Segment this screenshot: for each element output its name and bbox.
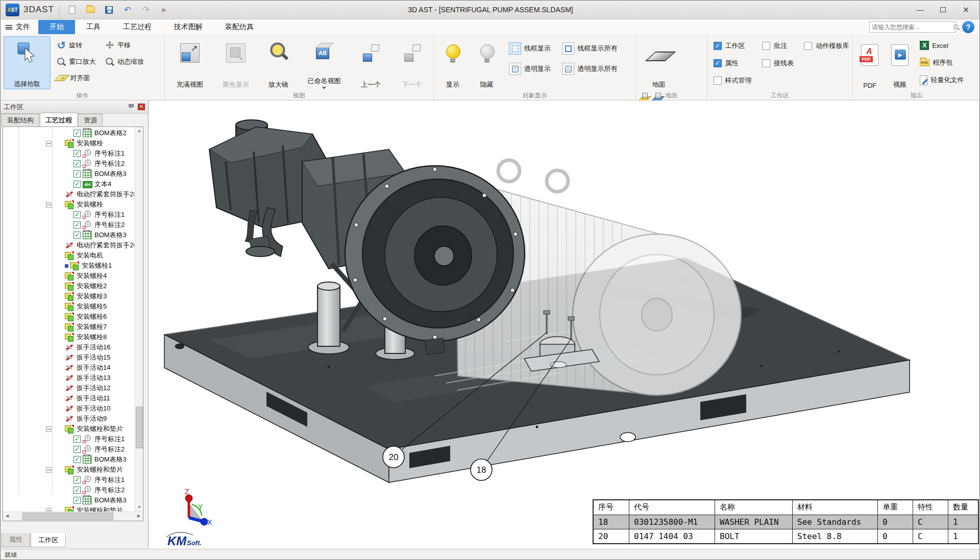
tree-item[interactable]: 序号标注2 [3, 159, 134, 169]
scroll-left-icon[interactable]: ◀ [3, 512, 11, 520]
tree-item-checkbox[interactable] [74, 170, 81, 177]
search-icon[interactable] [953, 24, 960, 31]
tree-item[interactable]: 安装螺栓3 [3, 291, 134, 301]
tree-item[interactable]: 序号标注1 [3, 434, 134, 444]
tree-item-checkbox[interactable] [74, 181, 81, 188]
tree-item-checkbox[interactable] [74, 160, 81, 167]
panel-tab[interactable]: 资源 [78, 114, 103, 126]
tree-item[interactable]: 安装螺栓2 [3, 281, 134, 291]
scroll-right-icon[interactable]: ▶ [135, 512, 143, 520]
tree-item[interactable]: BOM表格2 [3, 128, 134, 138]
search-box[interactable] [869, 21, 956, 33]
collapse-icon[interactable] [46, 141, 52, 146]
ribbon-tab[interactable]: 开始 [38, 20, 75, 34]
balloon-18[interactable]: 18 [471, 459, 492, 480]
tree-item[interactable]: 安装螺栓 [3, 138, 134, 148]
action-template-toggle[interactable]: 动作模板库 [804, 37, 849, 55]
tree-item[interactable]: 序号标注2 [3, 220, 134, 230]
wiring-table-toggle[interactable]: 接线表 [762, 55, 794, 72]
ground-button[interactable]: 地面 [639, 36, 679, 89]
tree-item[interactable]: 序号标注2 [3, 485, 134, 495]
scroll-up-icon[interactable]: ▲ [135, 127, 143, 135]
ribbon-tab[interactable]: 工具 [75, 20, 112, 34]
minimize-button[interactable]: — [909, 1, 932, 19]
pan-button[interactable]: 平移 [105, 37, 144, 54]
tree-item[interactable]: 扳手活动13 [3, 373, 134, 383]
open-file-button[interactable] [83, 3, 99, 16]
tree-item[interactable]: 扳手活动16 [3, 342, 134, 352]
wireframe-display-button[interactable]: 线框显示 [509, 40, 551, 57]
tree-item[interactable]: 安装螺栓7 [3, 322, 134, 332]
tree-item[interactable]: 序号标注2 [3, 444, 134, 454]
tree-item[interactable]: 电动拧紧套筒扳手26 [3, 240, 134, 250]
panel-tab[interactable]: 装配结构 [2, 114, 39, 126]
tree-item[interactable]: 扳手活动10 [3, 403, 134, 414]
export-excel-button[interactable]: XExcel [920, 37, 964, 54]
align-face-button[interactable]: 对齐面 [57, 70, 95, 86]
3d-viewport[interactable]: 20 18 Z Y X K [149, 100, 980, 549]
file-menu[interactable]: 文件 [1, 20, 38, 34]
tree-item[interactable]: 安装螺栓4 [3, 271, 134, 281]
export-light-file-button[interactable]: 轻量化文件 [920, 72, 964, 88]
collapse-icon[interactable] [46, 508, 52, 512]
style-management-toggle[interactable]: 样式管理 [714, 72, 752, 89]
dynamic-zoom-button[interactable]: 动态缩放 [105, 54, 144, 70]
tree-item-checkbox[interactable] [74, 456, 81, 463]
export-package-button[interactable]: 程序包 [920, 55, 964, 71]
search-input[interactable] [870, 23, 953, 31]
tree-item[interactable]: 安装螺栓8 [3, 332, 134, 342]
panel-bottom-tab[interactable]: 工作区 [31, 533, 66, 547]
tree-item[interactable]: BOM表格3 [3, 169, 134, 179]
tree-item-checkbox[interactable] [74, 150, 81, 157]
vertical-scrollbar[interactable]: ▲ ▼ [135, 127, 143, 512]
vertical-scroll-thumb[interactable] [136, 406, 143, 448]
tree-item[interactable]: 安装电机 [3, 250, 134, 261]
tree-item-checkbox[interactable] [74, 476, 81, 483]
panel-close-button[interactable]: ✕ [138, 104, 145, 110]
rotate-button[interactable]: ↺旋转 [57, 37, 95, 54]
pin-icon[interactable] [128, 104, 134, 110]
panel-tab[interactable]: 工艺过程 [40, 113, 78, 126]
ribbon-tab[interactable]: 技术图解 [163, 20, 214, 34]
wireframe-all-button[interactable]: 线框显示所有 [562, 40, 617, 57]
select-pick-button[interactable]: 选择拾取 [4, 36, 51, 89]
collapse-icon[interactable] [46, 467, 52, 473]
tree-item[interactable]: 安装螺栓6 [3, 312, 134, 322]
tree-item[interactable]: 安装螺栓 [3, 199, 134, 210]
tree-item[interactable]: 序号标注1 [3, 210, 134, 220]
annotation-toggle[interactable]: 批注 [762, 37, 794, 55]
scroll-down-icon[interactable]: ▼ [135, 503, 143, 512]
bom-table-row[interactable]: 20 0147 1404 03 BOLT Steel 8.8 0 C 1 [594, 529, 978, 543]
fit-view-button[interactable]: 充满视图 [168, 36, 212, 89]
tree-item[interactable]: 扳手活动15 [3, 352, 134, 363]
hide-button[interactable]: 隐藏 [471, 36, 503, 89]
redo-button[interactable]: ↷ [138, 3, 154, 16]
tree-item[interactable]: 安装螺栓和垫片 [3, 505, 134, 512]
tree-item-checkbox[interactable] [74, 487, 81, 494]
tree-item-checkbox[interactable] [74, 497, 81, 504]
transparent-display-button[interactable]: 透明显示 [509, 61, 551, 77]
panel-bottom-tab[interactable]: 属性 [2, 533, 30, 547]
named-views-button[interactable]: 已命名视图 [299, 36, 349, 89]
tree-item[interactable]: BOM表格3 [3, 230, 134, 240]
tree-item[interactable]: 安装螺栓和垫片 [3, 424, 134, 434]
tree-item-checkbox[interactable] [74, 211, 81, 218]
help-button[interactable]: ? [962, 21, 974, 33]
window-zoom-button[interactable]: 窗口放大 [57, 54, 95, 70]
tree-item[interactable]: 电动拧紧套筒扳手28 [3, 189, 134, 199]
tree-item-checkbox[interactable] [74, 446, 81, 453]
workspace-toggle[interactable]: 工作区 [714, 37, 752, 55]
show-button[interactable]: 显示 [437, 36, 469, 89]
tree-item[interactable]: BOM表格3 [3, 495, 134, 505]
new-file-button[interactable] [65, 3, 80, 16]
ribbon-tab[interactable]: 工艺过程 [112, 20, 163, 34]
balloon-20[interactable]: 20 [383, 446, 404, 468]
tree-item-checkbox[interactable] [74, 221, 81, 228]
tree-item[interactable]: 文本4 [3, 179, 134, 189]
maximize-button[interactable] [932, 1, 954, 19]
collapse-icon[interactable] [46, 426, 52, 432]
tree-item[interactable]: 扳手活动14 [3, 363, 134, 373]
tree-item[interactable]: 扳手活动12 [3, 383, 134, 393]
tree-item[interactable]: 安装螺栓1 [3, 261, 134, 271]
tree-item-checkbox[interactable] [74, 436, 81, 443]
